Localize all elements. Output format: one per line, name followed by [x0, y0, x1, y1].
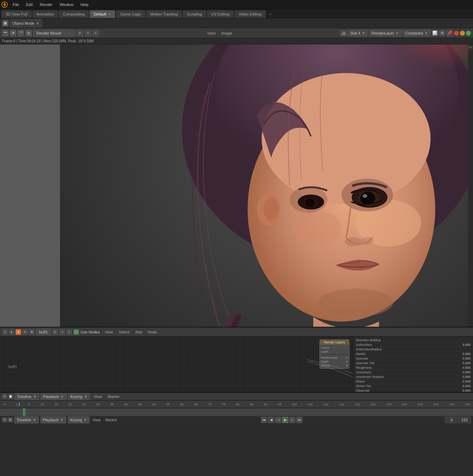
f-btn-node[interactable]: F — [52, 329, 58, 335]
mode-select-arrow: ▼ — [36, 21, 40, 25]
ruler-tick: 65 — [194, 403, 198, 406]
ruler-tick: 55 — [166, 403, 170, 406]
red-color-dot[interactable] — [454, 31, 459, 36]
play-button[interactable]: ▶ — [282, 417, 288, 423]
bottom-marker-tab[interactable]: Marker — [104, 418, 119, 422]
tl-marker-tab[interactable]: Marker — [106, 394, 122, 399]
f-button[interactable]: F — [77, 30, 83, 36]
tab-gamelogic[interactable]: Game Logic — [116, 10, 145, 18]
svg-point-32 — [318, 289, 393, 317]
tab-compositing[interactable]: Compositing — [59, 10, 89, 18]
bottom-timeline-select[interactable]: Timeline ▼ — [14, 416, 39, 423]
timeline-icons: ⏱ 📋 — [2, 394, 13, 399]
ne-icon-1[interactable]: ⬡ — [2, 329, 8, 335]
tab-animation[interactable]: Animation — [32, 10, 58, 18]
playback-select[interactable]: Playback ▼ — [41, 393, 67, 400]
ruler-tick: 70 — [208, 403, 211, 406]
tab-default[interactable]: Default ✕ — [90, 10, 115, 18]
tab-uvediting[interactable]: UV Editing — [207, 10, 234, 18]
menu-render[interactable]: Render — [36, 0, 56, 9]
close-result-button[interactable]: × — [92, 30, 99, 36]
combined-select[interactable]: Combined ▼ — [403, 30, 431, 37]
bottom-keying-select[interactable]: Keying ▼ — [68, 416, 90, 423]
timeline-track[interactable] — [0, 408, 473, 416]
green-color-dot[interactable] — [466, 31, 471, 36]
tab-videoediting[interactable]: Video Editing — [234, 10, 266, 18]
ne-select-tab[interactable]: Select — [119, 330, 130, 334]
add-slot-button[interactable]: + — [85, 30, 91, 36]
bottom-view-tab[interactable]: View — [91, 418, 102, 422]
status-bar: Frame:0 | Time:08:04.19 | Mem:228.68M, P… — [0, 38, 473, 44]
timeline-select[interactable]: Timeline ▼ — [14, 393, 39, 400]
prop-row: Clearcoat 0.000 — [355, 388, 472, 392]
menu-file[interactable]: File — [9, 0, 23, 9]
buff1-input[interactable]: buff1 — [36, 329, 51, 335]
tl-icon-1[interactable]: ⏱ — [2, 394, 7, 399]
bottom-playback-select[interactable]: Playback ▼ — [40, 416, 66, 423]
image-tab[interactable]: Image — [220, 30, 234, 36]
ruler-tick: 5 — [28, 403, 30, 406]
tab-add-button[interactable]: + — [267, 10, 274, 18]
prev-frame-button[interactable]: ◀ — [268, 417, 274, 423]
object-mode-select[interactable]: Object Mode ▼ — [10, 19, 42, 27]
render-layers-node[interactable]: Render Layers Scene Layer RenderLayer● D… — [319, 339, 349, 369]
ne-icon-3[interactable]: ● — [16, 329, 21, 335]
render-layer-select[interactable]: RenderLayer ▼ — [369, 30, 401, 37]
jump-end-button[interactable]: ⏭ — [296, 417, 303, 423]
tl-icon-sm-2[interactable]: ⊞ — [8, 417, 13, 422]
menu-help[interactable]: Help — [77, 0, 92, 9]
ne-add-tab[interactable]: Add — [135, 330, 142, 334]
tl-view-tab[interactable]: View — [91, 394, 104, 399]
start-frame-input[interactable] — [445, 417, 457, 423]
tl-icon-sm-1[interactable]: ⏱ — [2, 417, 7, 422]
settings-icon: ⚙ — [25, 30, 32, 36]
ruler-tick: 85 — [250, 403, 253, 406]
ne-view-tab[interactable]: View — [105, 330, 113, 334]
use-nodes-checkbox[interactable]: ✓ — [73, 329, 79, 335]
ruler-tick: 25 — [82, 403, 86, 406]
tab-3dviewfull[interactable]: 3D View Full — [1, 10, 32, 18]
playback-icons: ⏱ ⊞ — [2, 417, 13, 422]
copy-icon[interactable]: ⧉ — [439, 30, 445, 36]
ne-icon-4[interactable]: ✎ — [22, 329, 28, 335]
view-tab[interactable]: View — [206, 30, 217, 36]
render-result-label: Render Result — [33, 30, 76, 37]
node-editor: ⬡ ▸ ● ✎ ⚙ buff1 F + × ✓ Use Nodes View S… — [0, 327, 473, 392]
slot-select[interactable]: Slot 4 ▼ — [348, 30, 368, 37]
node-group-left: Render Layers Scene Layer RenderLayer● D… — [319, 339, 349, 369]
tl-icon-2[interactable]: 📋 — [8, 394, 13, 399]
left-panel — [0, 44, 60, 327]
prop-row: SubsurfaceRadius — [355, 347, 472, 352]
close-btn-node[interactable]: × — [66, 329, 72, 335]
jump-start-button[interactable]: ⏮ — [261, 417, 267, 423]
orange-color-dot[interactable] — [460, 31, 465, 36]
menu-edit[interactable]: Edit — [23, 0, 36, 9]
tab-scripting[interactable]: Scripting — [182, 10, 206, 18]
pin-icon[interactable]: 📌 — [447, 30, 453, 36]
ruler-tick: 15 — [54, 403, 58, 406]
ne-icon-5[interactable]: ⚙ — [29, 329, 35, 335]
add-btn-node[interactable]: + — [59, 329, 65, 335]
keying-select[interactable]: Keying ▼ — [68, 393, 90, 400]
tab-motiontracking[interactable]: Motion Tracking — [146, 10, 182, 18]
ruler-tick: 30 — [96, 403, 100, 406]
mode-icon — [2, 20, 8, 26]
ne-node-tab[interactable]: Node — [148, 330, 157, 334]
ruler-tick: 40 — [124, 403, 128, 406]
tab-default-close[interactable]: ✕ — [108, 12, 111, 16]
svg-rect-7 — [345, 32, 346, 35]
scroll-handle[interactable] — [468, 45, 473, 49]
histogram-icon[interactable] — [340, 30, 347, 36]
menu-window[interactable]: Window — [56, 0, 77, 9]
play-reverse-button[interactable]: ◁ — [275, 417, 281, 423]
display-icon[interactable]: 📊 — [432, 30, 438, 36]
prop-row: Sheen 0.000 — [355, 379, 472, 384]
ne-icon-2[interactable]: ▸ — [9, 329, 14, 335]
top-menu-bar: File Edit Render Window Help — [0, 0, 473, 9]
node-editor-bar: ⬡ ▸ ● ✎ ⚙ buff1 F + × ✓ Use Nodes View S… — [0, 327, 473, 337]
next-frame-button[interactable]: ▷ — [289, 417, 295, 423]
end-frame-input[interactable] — [458, 417, 471, 423]
ruler-tick: 10 — [41, 403, 44, 406]
bottom-playback-bar: ⏱ ⊞ Timeline ▼ Playback ▼ Keying ▼ View … — [0, 415, 473, 424]
right-panel-strip — [468, 44, 473, 327]
